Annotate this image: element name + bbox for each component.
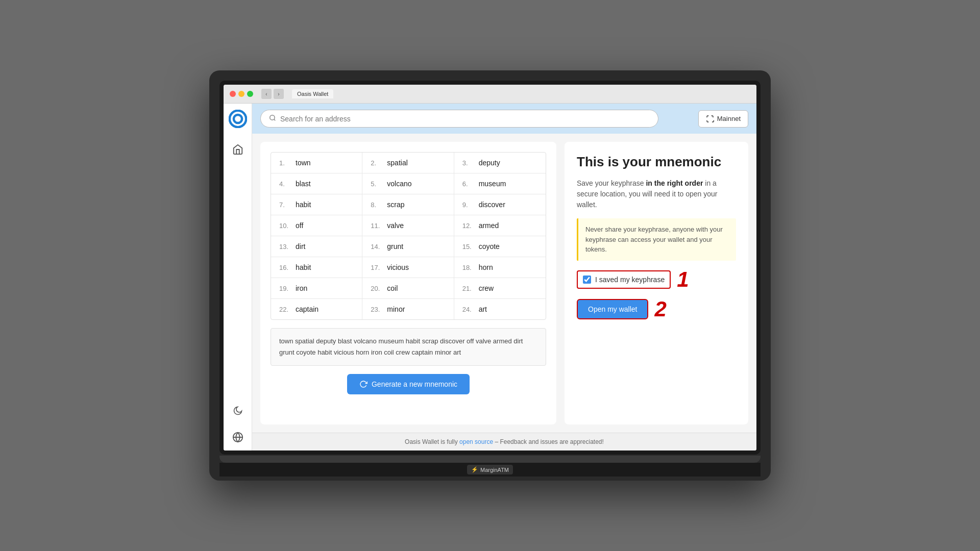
word-text: valve bbox=[387, 221, 404, 230]
close-button[interactable] bbox=[230, 91, 236, 97]
word-text: scrap bbox=[387, 201, 404, 209]
word-text: iron bbox=[296, 284, 307, 292]
word-cell: 21.crew bbox=[454, 278, 546, 299]
search-icon bbox=[269, 114, 276, 123]
word-number: 24. bbox=[462, 306, 475, 313]
word-number: 18. bbox=[462, 264, 475, 271]
word-number: 8. bbox=[371, 201, 383, 209]
step2-annotation: 2 bbox=[654, 298, 666, 320]
word-cell: 6.museum bbox=[454, 173, 546, 194]
word-cell: 20.coil bbox=[362, 278, 454, 299]
globe-icon[interactable] bbox=[231, 430, 245, 444]
moon-icon[interactable] bbox=[231, 404, 245, 418]
word-text: armed bbox=[479, 221, 499, 230]
word-text: dirt bbox=[296, 242, 305, 251]
word-text: museum bbox=[479, 180, 506, 188]
search-box[interactable] bbox=[260, 110, 658, 128]
back-button[interactable]: ‹ bbox=[261, 89, 272, 99]
word-number: 9. bbox=[462, 201, 475, 209]
word-number: 6. bbox=[462, 180, 475, 188]
word-cell: 14.grunt bbox=[362, 236, 454, 257]
word-cell: 8.scrap bbox=[362, 194, 454, 215]
info-section: This is your mnemonic Save your keyphras… bbox=[565, 142, 748, 424]
word-cell: 13.dirt bbox=[271, 236, 362, 257]
word-cell: 2.spatial bbox=[362, 153, 454, 173]
word-number: 3. bbox=[462, 159, 475, 167]
checkbox-row: I saved my keyphrase bbox=[577, 270, 671, 289]
word-cell: 4.blast bbox=[271, 173, 362, 194]
word-number: 23. bbox=[371, 306, 383, 313]
word-text: crew bbox=[479, 284, 494, 292]
word-text: habit bbox=[296, 201, 311, 209]
word-number: 13. bbox=[279, 243, 291, 251]
word-number: 12. bbox=[462, 222, 475, 230]
word-grid: 1.town2.spatial3.deputy4.blast5.volcano6… bbox=[271, 152, 546, 320]
word-cell: 12.armed bbox=[454, 215, 546, 236]
minimize-button[interactable] bbox=[238, 91, 244, 97]
svg-line-5 bbox=[274, 119, 276, 121]
mnemonic-subtitle: Save your keyphrase in the right order i… bbox=[577, 178, 736, 210]
word-cell: 16.habit bbox=[271, 257, 362, 278]
taskbar-app-label: MarginATM bbox=[480, 467, 509, 473]
sidebar bbox=[224, 104, 252, 450]
traffic-lights bbox=[230, 91, 253, 97]
search-input[interactable] bbox=[280, 115, 650, 123]
word-number: 1. bbox=[279, 159, 291, 167]
word-number: 14. bbox=[371, 243, 383, 251]
top-bar: Mainnet bbox=[252, 104, 756, 134]
word-number: 2. bbox=[371, 159, 383, 167]
word-cell: 1.town bbox=[271, 153, 362, 173]
word-cell: 23.minor bbox=[362, 299, 454, 319]
word-cell: 5.volcano bbox=[362, 173, 454, 194]
word-text: coyote bbox=[479, 242, 500, 251]
word-text: vicious bbox=[387, 263, 409, 271]
taskbar-app[interactable]: ⚡ MarginATM bbox=[467, 465, 513, 474]
word-number: 4. bbox=[279, 180, 291, 188]
word-number: 21. bbox=[462, 285, 475, 292]
generate-btn-label: Generate a new mnemonic bbox=[372, 380, 457, 388]
step1-annotation: 1 bbox=[677, 269, 689, 290]
word-text: art bbox=[479, 305, 487, 313]
word-number: 17. bbox=[371, 264, 383, 271]
browser-nav: ‹ › bbox=[261, 89, 284, 99]
word-cell: 10.off bbox=[271, 215, 362, 236]
word-number: 11. bbox=[371, 222, 383, 230]
word-text: spatial bbox=[387, 159, 407, 167]
generate-mnemonic-button[interactable]: Generate a new mnemonic bbox=[347, 374, 470, 394]
home-icon[interactable] bbox=[231, 142, 245, 157]
word-text: horn bbox=[479, 263, 493, 271]
word-cell: 3.deputy bbox=[454, 153, 546, 173]
word-cell: 9.discover bbox=[454, 194, 546, 215]
checkbox-label: I saved my keyphrase bbox=[595, 276, 665, 284]
svg-point-4 bbox=[270, 115, 275, 120]
phrase-display: town spatial deputy blast volcano museum… bbox=[271, 328, 546, 366]
browser-tab[interactable]: Oasis Wallet bbox=[292, 89, 333, 98]
word-cell: 11.valve bbox=[362, 215, 454, 236]
mainnet-label: Mainnet bbox=[717, 115, 741, 122]
svg-point-0 bbox=[229, 111, 246, 127]
word-number: 19. bbox=[279, 285, 291, 292]
footer-bar: Oasis Wallet is fully open source – Feed… bbox=[252, 433, 756, 450]
word-cell: 7.habit bbox=[271, 194, 362, 215]
mnemonic-title: This is your mnemonic bbox=[577, 154, 736, 170]
word-text: deputy bbox=[479, 159, 500, 167]
word-text: blast bbox=[296, 180, 311, 188]
word-text: coil bbox=[387, 284, 398, 292]
open-source-link[interactable]: open source bbox=[459, 438, 493, 445]
keyphrase-checkbox[interactable] bbox=[583, 276, 591, 284]
mainnet-button[interactable]: Mainnet bbox=[698, 110, 748, 128]
word-cell: 24.art bbox=[454, 299, 546, 319]
maximize-button[interactable] bbox=[247, 91, 253, 97]
word-cell: 17.vicious bbox=[362, 257, 454, 278]
word-text: grunt bbox=[387, 242, 403, 251]
word-number: 7. bbox=[279, 201, 291, 209]
forward-button[interactable]: › bbox=[274, 89, 284, 99]
word-text: off bbox=[296, 221, 303, 230]
word-number: 20. bbox=[371, 285, 383, 292]
word-text: captain bbox=[296, 305, 318, 313]
open-wallet-button[interactable]: Open my wallet bbox=[577, 299, 648, 319]
word-number: 10. bbox=[279, 222, 291, 230]
word-number: 15. bbox=[462, 243, 475, 251]
word-number: 22. bbox=[279, 306, 291, 313]
word-number: 16. bbox=[279, 264, 291, 271]
